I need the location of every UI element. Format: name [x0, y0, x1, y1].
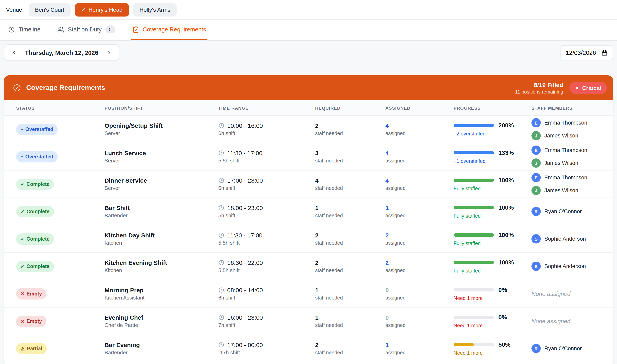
staff-members-cell: SSophie Anderson — [532, 234, 613, 244]
date-picker-input[interactable]: 12/03/2026 — [561, 45, 613, 60]
progress-bar — [453, 206, 494, 209]
time-range: 16:30 - 22:00 — [227, 259, 263, 266]
clock-icon — [8, 26, 15, 33]
progress-percent: 0% — [498, 314, 507, 321]
next-day-button[interactable] — [105, 48, 114, 57]
position-cell: Lunch Service Server — [105, 150, 218, 164]
position-title: Kitchen Evening Shift — [105, 259, 218, 266]
staff-name: Sophie Anderson — [544, 236, 586, 242]
required-cell: 2 staff needed — [315, 122, 385, 136]
position-role: Server — [105, 158, 218, 164]
assigned-count[interactable]: 4 — [385, 177, 453, 184]
progress-note: Need 1 more — [453, 296, 532, 301]
staff-avatar: R — [532, 207, 541, 216]
position-cell: Kitchen Evening Shift Kitchen — [105, 259, 218, 273]
progress-note: +1 overstaffed — [453, 158, 532, 164]
tab-staff-on-duty[interactable]: Staff on Duty 5 — [56, 20, 117, 40]
tab-label: Coverage Requirements — [143, 26, 206, 33]
progress-bar-fill — [453, 178, 494, 182]
required-cell: 2 staff needed — [315, 341, 385, 355]
tab-timeline[interactable]: Timeline — [7, 20, 42, 40]
progress-bar — [453, 151, 494, 154]
chevron-left-icon — [11, 50, 17, 56]
assigned-count[interactable]: 4 — [385, 150, 453, 156]
col-status: STATUS — [16, 105, 105, 110]
clock-icon — [218, 342, 224, 348]
assigned-label: assigned — [385, 350, 453, 355]
clock-icon — [218, 205, 224, 211]
staff-members-cell: EEmma ThompsonJJames Wilson — [532, 173, 613, 195]
status-badge: ✓ Complete — [16, 178, 54, 190]
progress-bar-fill — [453, 206, 494, 209]
venue-button-bens-court[interactable]: Ben's Court — [28, 3, 71, 16]
status-badge-label: Complete — [27, 181, 49, 187]
status-cell: ✓ Complete — [16, 206, 105, 217]
venue-bar: Venue: Ben's Court ✓ Henry's Head Holly'… — [0, 0, 617, 20]
staff-name: Ryan O'Connor — [544, 208, 582, 214]
position-title: Opening/Setup Shift — [105, 122, 218, 129]
status-cell: ✕ Empty — [16, 288, 105, 299]
venue-button-label: Holly's Arms — [139, 6, 170, 13]
progress-percent: 133% — [498, 149, 514, 156]
required-cell: 1 staff needed — [315, 204, 385, 219]
assigned-count[interactable]: 4 — [385, 122, 453, 129]
prev-day-button[interactable] — [10, 48, 19, 57]
staff-name: Emma Thompson — [544, 120, 587, 126]
table-row: ✓ Complete Kitchen Evening Shift Kitchen… — [4, 253, 613, 280]
content-area: Thursday, March 12, 2026 12/03/2026 Cove… — [0, 41, 617, 364]
status-badge-label: Overstaffed — [25, 126, 53, 132]
table-row: + Overstaffed Opening/Setup Shift Server… — [4, 116, 613, 143]
progress-bar — [453, 260, 494, 264]
staff-name: Emma Thompson — [544, 147, 587, 153]
progress-bar — [453, 124, 494, 127]
progress-percent: 100% — [498, 259, 514, 266]
assigned-count[interactable]: 2 — [385, 232, 453, 239]
required-label: staff needed — [315, 130, 385, 136]
tab-coverage-requirements[interactable]: Coverage Requirements — [131, 20, 207, 40]
chevron-right-icon — [106, 50, 112, 56]
venue-button-hollys-arms[interactable]: Holly's Arms — [133, 3, 177, 16]
status-badge: + Overstaffed — [16, 151, 58, 162]
position-role: Server — [105, 130, 218, 136]
progress-bar-fill — [453, 260, 494, 264]
assigned-count[interactable]: 1 — [385, 341, 453, 348]
staff-member: JJames Wilson — [532, 131, 613, 140]
assigned-cell: 4 assigned — [385, 177, 453, 191]
check-circle-icon — [13, 84, 21, 92]
assigned-label: assigned — [385, 185, 453, 191]
progress-cell: 133% +1 overstaffed — [453, 149, 532, 164]
assigned-count[interactable]: 1 — [385, 204, 453, 211]
required-label: staff needed — [315, 158, 385, 164]
assigned-label: assigned — [385, 213, 453, 219]
position-role: Chef de Partie — [105, 322, 218, 328]
table-row: ✕ Empty Evening Chef Chef de Partie 16:0… — [4, 308, 613, 335]
status-badge-icon: ✓ — [21, 263, 24, 269]
clock-icon — [218, 260, 224, 266]
staff-member: SSophie Anderson — [532, 262, 613, 271]
col-staff-members: STAFF MEMBERS — [532, 105, 613, 110]
venue-button-henrys-head[interactable]: ✓ Henry's Head — [75, 3, 129, 16]
position-title: Morning Prep — [105, 286, 218, 293]
table-row: ✓ Complete Bar Shift Bartender 18:00 - 2… — [4, 198, 613, 225]
progress-note: +2 overstaffed — [453, 131, 532, 137]
staff-name: Sophie Anderson — [544, 263, 586, 269]
time-range: 11:30 - 17:00 — [227, 232, 262, 239]
position-title: Bar Evening — [105, 341, 218, 348]
time-cell: 11:30 - 17:00 5.5h shift — [218, 232, 315, 246]
time-cell: 08:00 - 14:00 6h shift — [218, 286, 315, 301]
status-badge-icon: ✓ — [21, 181, 24, 187]
position-role: Kitchen — [105, 240, 218, 246]
required-label: staff needed — [315, 268, 385, 273]
required-count: 2 — [315, 232, 385, 239]
status-badge: ✓ Complete — [16, 206, 54, 217]
assigned-count[interactable]: 2 — [385, 259, 453, 266]
current-date-label[interactable]: Thursday, March 12, 2026 — [25, 49, 98, 56]
staff-members-cell: RRyan O'Connor — [532, 207, 613, 216]
assigned-cell: 2 assigned — [385, 259, 453, 273]
assigned-label: assigned — [385, 268, 453, 273]
position-cell: Bar Evening Bartender — [105, 341, 218, 355]
assigned-label: assigned — [385, 240, 453, 246]
tab-bar: Timeline Staff on Duty 5 Coverage Requir… — [0, 20, 617, 41]
assigned-cell: 1 assigned — [385, 341, 453, 355]
staff-member: EEmma Thompson — [532, 173, 613, 182]
